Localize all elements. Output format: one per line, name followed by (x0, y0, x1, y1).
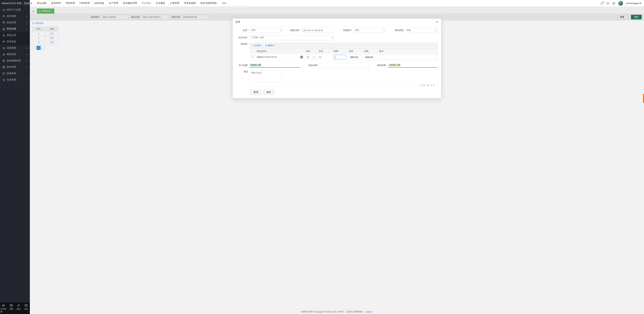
print-icon (2, 66, 5, 68)
sidebar-item-label: 财务管理 (7, 66, 16, 69)
sidebar-item-label: 采购管理 (7, 46, 16, 49)
svg-rect-29 (428, 85, 428, 86)
topnav-item-3[interactable]: CRM管理 (77, 0, 92, 7)
lbl-paytype: 收款类型 (395, 29, 404, 31)
row-qty-input[interactable] (334, 55, 346, 59)
sidebar-item-9[interactable]: 仓库管理▼ (0, 77, 30, 83)
delete-row-button[interactable]: 删除行 (265, 44, 274, 47)
chevron-down-icon (280, 30, 281, 31)
topnav-item-7[interactable]: 个人中心 (139, 0, 154, 7)
topnav-item-11[interactable]: 监控与报表系统 (198, 0, 219, 7)
svg-point-8 (3, 36, 4, 36)
svg-rect-17 (3, 67, 4, 68)
th-stock: 库存 (318, 49, 332, 54)
sidefooter-label: 论坛 (24, 308, 28, 311)
account-select[interactable]: 全部 (353, 28, 386, 33)
cart-icon (2, 78, 5, 81)
menu-toggle-icon[interactable] (30, 2, 35, 5)
topnav-item-8[interactable]: 企业服务 (154, 0, 168, 7)
sidebar-item-label: 零售出库 (7, 34, 16, 37)
scale-icon (2, 40, 5, 43)
svg-rect-0 (606, 2, 609, 4)
clear-icon[interactable]: ✕ (433, 84, 435, 86)
date-input[interactable] (301, 28, 334, 33)
sidefooter-1[interactable]: 日程 (8, 304, 14, 313)
row-checkbox[interactable] (252, 56, 254, 58)
check-icon (2, 72, 5, 75)
paid-input[interactable] (319, 63, 369, 68)
fullscreen-icon[interactable] (612, 2, 615, 5)
chevron-down-icon: ▼ (26, 15, 28, 17)
topnav-item-2[interactable]: 学校管理 (63, 0, 77, 7)
global-search-input[interactable] (221, 1, 245, 5)
svg-point-21 (2, 305, 3, 305)
paytype-select[interactable]: 现金 (405, 28, 438, 33)
svg-point-11 (4, 49, 4, 49)
member-select[interactable]: 全部 (250, 28, 282, 33)
bell-icon[interactable] (600, 2, 603, 5)
add-row-button[interactable]: 新增行 (252, 44, 262, 47)
remark-counter-max: 200 (422, 84, 426, 86)
lbl-date: 单据日期 (290, 29, 299, 31)
modal-close-icon[interactable]: ✕ (436, 20, 438, 24)
cart-icon (2, 47, 5, 49)
remark-textarea[interactable] (250, 70, 282, 82)
save-button[interactable]: 保存 (263, 90, 274, 95)
sidebar-subitem-3-0[interactable]: 零售出库 (0, 32, 30, 38)
modal-mask: 新增 ✕ 会员* 全部 单据日期* (30, 7, 644, 314)
copy-icon[interactable] (427, 84, 429, 86)
row-amount-input[interactable] (364, 55, 376, 59)
archive-icon (2, 21, 5, 24)
topnav-item-1[interactable]: 薪资管理 (49, 0, 63, 7)
lbl-change: 找零金额 (377, 64, 386, 66)
topnav-item-0[interactable]: 默认桌面 (35, 0, 49, 7)
sidebar-item-1[interactable]: 基本资料▼ (0, 13, 30, 19)
account-value: 全部 (355, 29, 359, 31)
svg-rect-1 (613, 2, 615, 4)
product-picker-icon[interactable]: + (300, 56, 303, 59)
svg-rect-5 (3, 22, 5, 22)
lbl-list: 列表项 (240, 43, 247, 45)
warehouse-select[interactable]: 广州第一仓库 (250, 35, 334, 40)
scale-icon (2, 15, 5, 17)
sidebar-item-2[interactable]: 商品管理▼ (0, 19, 30, 26)
svg-point-6 (3, 30, 4, 30)
sidefooter-0[interactable]: 文件管理 (0, 304, 7, 313)
sidebar-footer: 文件管理日程笔记论坛 (0, 303, 30, 314)
chevron-down-icon: ▼ (26, 66, 28, 68)
topnav-item-9[interactable]: 人事管理 (168, 0, 182, 7)
avatar[interactable] (618, 1, 623, 6)
sidebar-item-8[interactable]: 报表查询 (0, 70, 30, 77)
sidebar-item-5[interactable]: 销售管理▼ (0, 51, 30, 58)
topnav-item-6[interactable]: 售后服务管理 (120, 0, 139, 7)
svg-rect-24 (10, 305, 12, 307)
chevron-down-icon: ▼ (26, 22, 28, 24)
sidebar-item-3[interactable]: 零售管理▲ (0, 26, 30, 32)
row-remark-input[interactable] (379, 55, 436, 59)
sidebar-item-label: 基本资料 (7, 15, 16, 18)
topnav-item-5[interactable]: 生产管理 (106, 0, 120, 7)
more-icon[interactable]: ⋯ (436, 84, 438, 86)
chevron-down-icon: ▼ (26, 54, 28, 55)
sidebar-item-4[interactable]: 采购管理▼ (0, 45, 30, 51)
refresh-icon[interactable] (430, 84, 432, 86)
row-price-input[interactable] (349, 55, 361, 59)
lbl-member: 会员 (243, 29, 247, 31)
sidebar-subitem-3-1[interactable]: 零售退货 (0, 38, 30, 45)
sidebar-item-0[interactable]: ERP门户首页 (0, 7, 30, 13)
mail-icon[interactable] (606, 2, 609, 5)
sidefooter-3[interactable]: 论坛 (23, 304, 30, 313)
topnav-item-10[interactable]: 开发者桌面 (182, 0, 198, 7)
topnav-item-4[interactable]: ERP管理 (92, 0, 106, 7)
sidebar-item-7[interactable]: 财务管理▼ (0, 64, 30, 70)
table-row: 电脑(674754574574) + 台 (250, 54, 438, 60)
chevron-down-icon (313, 57, 315, 58)
cancel-button[interactable]: 取消 (250, 90, 261, 95)
sidebar: ERP门户首页基本资料▼商品管理▼零售管理▲零售出库零售退货采购管理▼销售管理▼… (0, 7, 30, 314)
username-menu[interactable]: chendonggua (626, 2, 641, 4)
sidefooter-2[interactable]: 笔记 (15, 304, 22, 313)
trash-icon (265, 44, 267, 47)
svg-rect-15 (3, 66, 4, 67)
sidebar-item-6[interactable]: 其他单据管理▼ (0, 58, 30, 64)
row-unit-select[interactable]: 台 (306, 55, 316, 59)
